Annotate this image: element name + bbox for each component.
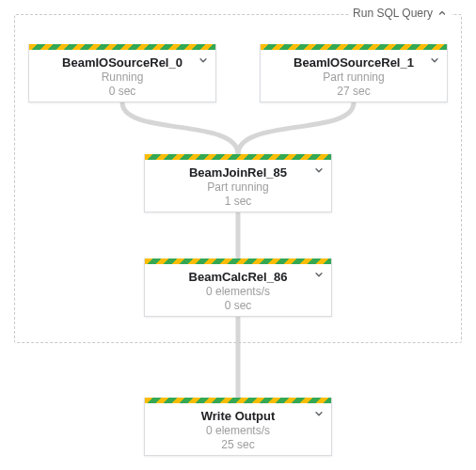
node-status: Running xyxy=(37,70,208,85)
node-write-output[interactable]: Write Output 0 elements/s 25 sec xyxy=(144,398,332,456)
node-title: BeamIOSourceRel_0 xyxy=(37,55,208,70)
node-title: Write Output xyxy=(152,409,324,424)
node-title: BeamJoinRel_85 xyxy=(152,165,324,180)
node-beam-io-source-0[interactable]: BeamIOSourceRel_0 Running 0 sec xyxy=(28,44,216,102)
chevron-down-icon xyxy=(312,407,325,420)
chevron-down-icon xyxy=(312,164,325,177)
node-status: Part running xyxy=(268,70,439,85)
container-toggle[interactable]: Run SQL Query xyxy=(349,7,452,20)
node-status: 0 elements/s xyxy=(152,424,324,438)
node-time: 27 sec xyxy=(268,85,439,99)
node-time: 25 sec xyxy=(152,438,324,452)
node-time: 1 sec xyxy=(152,195,324,209)
node-status: 0 elements/s xyxy=(152,285,324,299)
node-title: BeamCalcRel_86 xyxy=(152,270,324,285)
expand-node-button[interactable] xyxy=(312,407,325,424)
expand-node-button[interactable] xyxy=(312,268,325,285)
node-status: Part running xyxy=(152,180,324,195)
node-time: 0 sec xyxy=(152,299,324,313)
container-title: Run SQL Query xyxy=(353,7,433,20)
node-beam-join[interactable]: BeamJoinRel_85 Part running 1 sec xyxy=(144,154,332,212)
chevron-up-icon xyxy=(436,8,448,19)
expand-node-button[interactable] xyxy=(312,164,325,180)
node-beam-calc[interactable]: BeamCalcRel_86 0 elements/s 0 sec xyxy=(144,258,332,317)
node-time: 0 sec xyxy=(37,85,208,99)
expand-node-button[interactable] xyxy=(428,54,441,70)
node-title: BeamIOSourceRel_1 xyxy=(268,55,439,70)
chevron-down-icon xyxy=(312,268,325,281)
expand-node-button[interactable] xyxy=(197,54,210,70)
chevron-down-icon xyxy=(428,54,441,67)
chevron-down-icon xyxy=(197,54,210,67)
node-beam-io-source-1[interactable]: BeamIOSourceRel_1 Part running 27 sec xyxy=(260,44,448,102)
